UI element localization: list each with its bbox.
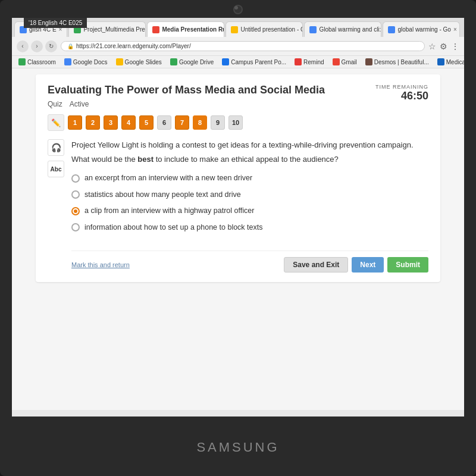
bookmark-campus[interactable]: Campus Parent Po... xyxy=(220,58,288,66)
tab-global2[interactable]: global warming - Go × xyxy=(383,21,460,37)
bookmark-icon-google-slides xyxy=(116,58,123,65)
num-btn-1[interactable]: 1 xyxy=(68,115,82,130)
tab-untitled[interactable]: Untitled presentation - G × xyxy=(226,21,303,37)
submit-button[interactable]: Submit xyxy=(387,257,428,273)
bookmark-label-google-docs: Google Docs xyxy=(73,59,108,65)
time-label: TIME REMAINING xyxy=(375,84,428,90)
bookmark-label-desmos: Desmos | Beautiful... xyxy=(374,59,429,65)
bookmarks-bar: Classroom Google Docs Google Slides Goog… xyxy=(12,56,464,68)
best-word: best xyxy=(137,155,154,164)
question-prompt: What would be the best to include to mak… xyxy=(71,154,428,165)
tab-label-media-rub: Media Presentation Rub xyxy=(162,26,224,33)
bookmark-label-classroom: Classroom xyxy=(27,59,56,65)
num-btn-7[interactable]: 7 xyxy=(175,115,189,130)
class-label: '18 English 4C E025 xyxy=(24,18,87,28)
mark-return-link[interactable]: Mark this and return xyxy=(71,261,130,268)
bookmark-remind[interactable]: Remind xyxy=(293,58,325,66)
tab-global1[interactable]: Global warming and cli: × xyxy=(304,21,381,37)
quiz-title: Evaluating The Power of Mass Media and S… xyxy=(48,84,428,96)
num-btn-5[interactable]: 5 xyxy=(139,115,154,130)
num-btn-10[interactable]: 10 xyxy=(228,115,243,130)
tab-media-rub[interactable]: Media Presentation Rub × xyxy=(147,21,224,37)
quiz-bottom: Mark this and return Save and Exit Next … xyxy=(71,250,428,273)
bookmark-gmail[interactable]: Gmail xyxy=(331,58,359,66)
main-content: TIME REMAINING 46:50 Evaluating The Powe… xyxy=(12,68,464,410)
bookmark-label-gmail: Gmail xyxy=(342,59,357,65)
address-bar: ‹ › ↻ 🔒 https://r21.core.learn.edgenuity… xyxy=(12,37,464,56)
bookmark-medical-bio[interactable]: Medical Biology - L xyxy=(436,58,464,66)
bookmark-label-campus: Campus Parent Po... xyxy=(231,59,286,65)
pencil-icon[interactable]: ✏️ xyxy=(48,114,64,131)
bookmark-label-medical-bio: Medical Biology - L xyxy=(446,59,464,65)
bookmark-icon-desmos xyxy=(365,58,372,65)
quiz-status: Active xyxy=(70,100,89,108)
answer-option-1[interactable]: an excerpt from an interview with a new … xyxy=(71,173,428,184)
bookmark-label-google-slides: Google Slides xyxy=(125,59,162,65)
tool-sidebar: 🎧 Abc xyxy=(48,139,64,273)
question-nav: ✏️ 1 2 3 4 5 6 7 8 9 10 xyxy=(48,114,428,131)
browser-actions: ☆ ⚙ ⋮ xyxy=(428,42,459,51)
radio-4[interactable] xyxy=(71,223,80,231)
lock-icon: 🔒 xyxy=(67,43,74,49)
forward-button[interactable]: › xyxy=(31,40,43,52)
answer-text-3: a clip from an interview with a highway … xyxy=(84,206,254,217)
quiz-meta: Quiz Active xyxy=(48,100,428,108)
tab-icon-media-rub xyxy=(152,26,159,33)
time-remaining: TIME REMAINING 46:50 xyxy=(375,84,428,102)
bookmark-icon-google-drive xyxy=(170,58,177,65)
headphones-icon[interactable]: 🎧 xyxy=(48,139,64,156)
radio-1[interactable] xyxy=(71,174,80,183)
star-icon[interactable]: ☆ xyxy=(428,42,436,51)
save-exit-button[interactable]: Save and Exit xyxy=(284,257,348,273)
url-bar[interactable]: 🔒 https://r21.core.learn.edgenuity.com/P… xyxy=(61,41,425,51)
back-button[interactable]: ‹ xyxy=(17,40,29,52)
tab-icon-global2 xyxy=(388,26,395,33)
bookmark-google-slides[interactable]: Google Slides xyxy=(114,58,164,66)
bookmark-classroom[interactable]: Classroom xyxy=(17,58,58,66)
next-button[interactable]: Next xyxy=(352,257,384,273)
num-btn-4[interactable]: 4 xyxy=(121,115,136,130)
answer-option-4[interactable]: information about how to set up a phone … xyxy=(71,223,428,233)
answer-text-1: an excerpt from an interview with a new … xyxy=(84,173,252,184)
tab-label-global2: global warming - Go xyxy=(397,26,450,33)
answer-text-4: information about how to set up a phone … xyxy=(84,223,263,233)
question-area: 🎧 Abc Project Yellow Light is holding a … xyxy=(48,139,428,273)
tab-close-global2[interactable]: × xyxy=(453,26,457,33)
bookmark-desmos[interactable]: Desmos | Beautiful... xyxy=(364,58,431,66)
refresh-button[interactable]: ↻ xyxy=(45,40,57,52)
abc-icon[interactable]: Abc xyxy=(48,161,64,177)
bottom-buttons: Save and Exit Next Submit xyxy=(284,257,428,273)
answer-text-2: statistics about how many people text an… xyxy=(84,190,241,201)
bookmark-icon-google-docs xyxy=(64,58,71,65)
answer-option-3[interactable]: a clip from an interview with a highway … xyxy=(71,206,428,217)
bookmark-icon-gmail xyxy=(333,58,340,65)
answer-option-2[interactable]: statistics about how many people text an… xyxy=(71,190,428,201)
num-btn-2[interactable]: 2 xyxy=(86,115,100,130)
time-value: 46:50 xyxy=(375,90,428,102)
webcam-area xyxy=(233,5,243,14)
bookmark-icon-medical-bio xyxy=(437,58,444,65)
num-btn-8[interactable]: 8 xyxy=(193,115,207,130)
question-intro: Project Yellow Light is holding a contes… xyxy=(71,139,428,151)
radio-2[interactable] xyxy=(71,190,80,199)
radio-3[interactable] xyxy=(71,207,80,215)
extensions-icon[interactable]: ⚙ xyxy=(440,42,447,51)
question-content: Project Yellow Light is holding a contes… xyxy=(71,139,428,273)
menu-icon[interactable]: ⋮ xyxy=(451,42,459,51)
tab-label-untitled: Untitled presentation - G xyxy=(240,26,303,33)
bookmark-icon-campus xyxy=(222,58,229,65)
bookmark-google-drive[interactable]: Google Drive xyxy=(168,58,215,66)
num-btn-6[interactable]: 6 xyxy=(157,115,171,130)
bookmark-label-remind: Remind xyxy=(303,59,324,65)
screen: '18 English 4C E025 glish 4C E × Project… xyxy=(12,18,464,416)
bookmark-label-google-drive: Google Drive xyxy=(179,59,214,65)
num-btn-3[interactable]: 3 xyxy=(104,115,118,130)
bookmark-google-docs[interactable]: Google Docs xyxy=(62,58,109,66)
tab-icon-untitled xyxy=(231,26,238,33)
tab-icon-global1 xyxy=(309,26,317,33)
tab-label-multimedia: Project_Multimedia Pre: xyxy=(83,26,146,33)
webcam xyxy=(233,5,243,14)
url-text: https://r21.core.learn.edgenuity.com/Pla… xyxy=(76,43,191,49)
monitor-bezel: '18 English 4C E025 glish 4C E × Project… xyxy=(0,0,476,476)
num-btn-9[interactable]: 9 xyxy=(211,115,225,130)
